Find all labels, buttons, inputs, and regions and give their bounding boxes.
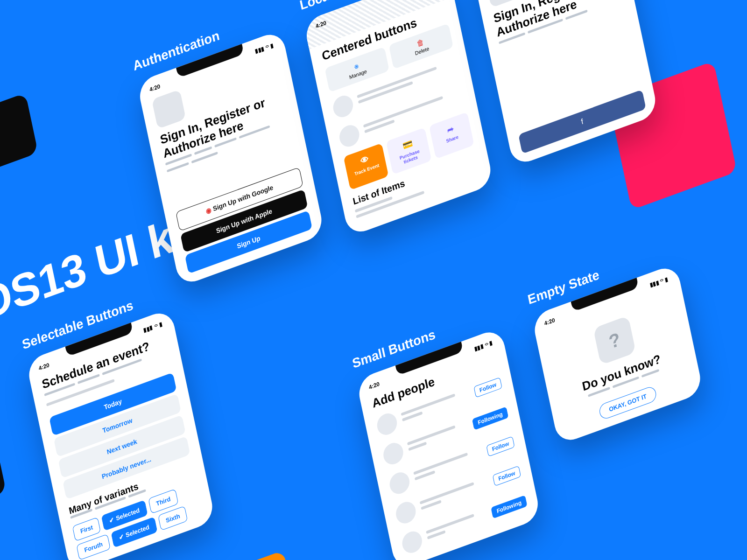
avatar-placeholder [375, 411, 399, 438]
avatar-placeholder [338, 122, 361, 150]
status-time: 4:20 [543, 317, 556, 327]
phone-centered: 4:20 Centered buttons ⎈Manage 🗑Delete 👁T… [303, 0, 494, 237]
phone-small: 4:20▮▮▮ ⌔ ▮ Add people Follow Following … [356, 327, 541, 560]
status-time: 4:20 [368, 380, 381, 391]
google-icon: ◉ [205, 206, 212, 215]
status-time: 4:20 [38, 362, 50, 372]
decor-orange [204, 550, 301, 560]
status-time: 4:20 [315, 20, 327, 30]
status-icons: ▮▮▮ ⌔ ▮ [254, 42, 274, 55]
facebook-icon: f [580, 117, 584, 126]
follow-button[interactable]: Follow [473, 377, 502, 398]
following-button[interactable]: Following [472, 406, 508, 430]
signal-icon: ▮▮▮ [143, 324, 154, 334]
decor-black-2 [0, 451, 7, 507]
status-time: 4:20 [149, 83, 161, 93]
question-icon: ? [593, 315, 636, 365]
following-button[interactable]: Following [491, 495, 527, 518]
battery-icon: ▮ [159, 321, 163, 328]
wifi-icon: ⌔ [154, 322, 158, 329]
phone-selectable: 4:20 ▮▮▮⌔▮ Schedule an event? Today Tomo… [26, 308, 216, 560]
follow-button[interactable]: Follow [486, 436, 514, 456]
follow-button[interactable]: Follow [493, 466, 521, 486]
decor-black [0, 93, 38, 174]
avatar-placeholder [331, 93, 355, 120]
